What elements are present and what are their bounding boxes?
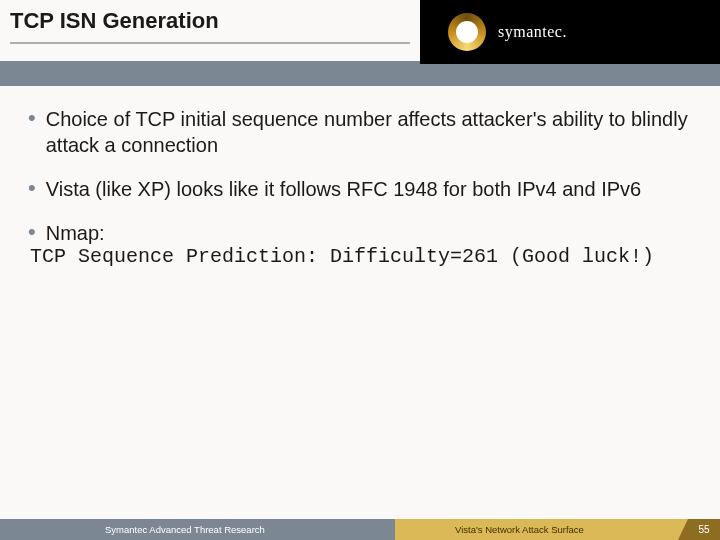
header-band xyxy=(0,61,720,86)
bullet-item: • Vista (like XP) looks like it follows … xyxy=(28,176,700,202)
bullet-item: • Choice of TCP initial sequence number … xyxy=(28,106,700,158)
title-area: TCP ISN Generation xyxy=(0,0,420,64)
brand-block: symantec. xyxy=(420,0,720,64)
bullet-dot-icon: • xyxy=(28,176,36,202)
slide-content: • Choice of TCP initial sequence number … xyxy=(0,86,720,270)
slide-header: TCP ISN Generation symantec. xyxy=(0,0,720,64)
bullet-text: Vista (like XP) looks like it follows RF… xyxy=(46,176,700,202)
bullet-text: Choice of TCP initial sequence number af… xyxy=(46,106,700,158)
slide-title: TCP ISN Generation xyxy=(10,8,219,34)
bullet-dot-icon: • xyxy=(28,220,36,246)
slide-footer: Symantec Advanced Threat Research Vista'… xyxy=(0,519,720,540)
footer-mid: Vista's Network Attack Surface xyxy=(395,519,688,540)
title-underline xyxy=(10,42,410,44)
bullet-dot-icon: • xyxy=(28,106,36,158)
footer-left: Symantec Advanced Threat Research xyxy=(0,519,395,540)
bullet-text: Nmap: xyxy=(46,220,700,246)
bullet-item: • Nmap: xyxy=(28,220,700,246)
brand-name: symantec. xyxy=(498,23,567,41)
page-number: 55 xyxy=(688,519,720,540)
code-output: TCP Sequence Prediction: Difficulty=261 … xyxy=(30,244,700,270)
symantec-logo-icon xyxy=(448,13,486,51)
